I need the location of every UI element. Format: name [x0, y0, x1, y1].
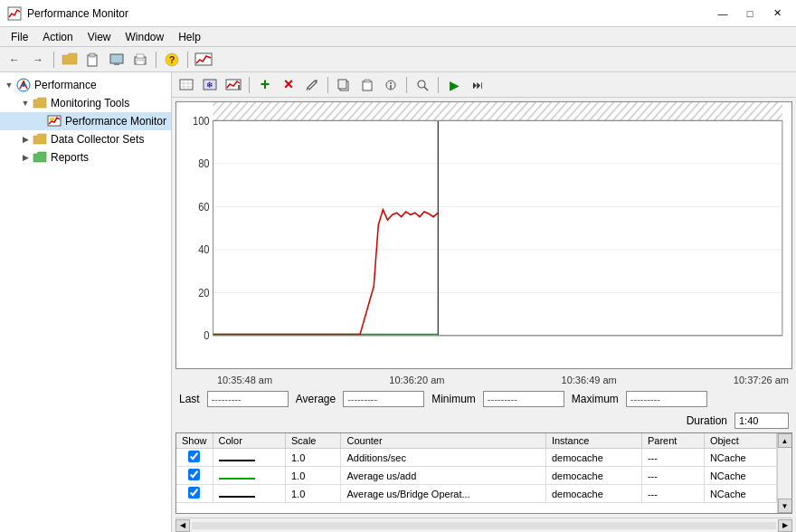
- min-label: Minimum: [431, 393, 476, 405]
- performance-label: Performance: [34, 79, 97, 91]
- svg-text:60: 60: [198, 200, 210, 214]
- time-labels: 10:35:48 am 10:36:20 am 10:36:49 am 10:3…: [172, 373, 796, 387]
- table-row[interactable]: 1.0Average us/Bridge Operat...democache-…: [176, 485, 777, 503]
- tree-item-data-collector[interactable]: ▶ Data Collector Sets: [0, 130, 171, 148]
- show-checkbox[interactable]: [188, 487, 200, 499]
- expand-performance[interactable]: ▼: [2, 78, 16, 92]
- add-button[interactable]: +: [254, 75, 276, 95]
- toolbar-separator-3: [187, 52, 188, 68]
- window-controls: — □ ✕: [711, 5, 789, 23]
- perf-monitor-label: Performance Monitor: [65, 115, 166, 128]
- duration-label: Duration: [687, 414, 727, 427]
- properties-button[interactable]: [380, 75, 402, 95]
- parent-cell: ---: [641, 485, 704, 503]
- menu-window[interactable]: Window: [118, 29, 172, 45]
- hscroll-right[interactable]: ▶: [778, 519, 792, 532]
- time-label-3: 10:36:49 am: [562, 375, 617, 385]
- col-color: Color: [213, 433, 285, 449]
- svg-rect-6: [137, 54, 144, 58]
- menu-view[interactable]: View: [81, 29, 118, 45]
- toolbar-separator-2: [156, 52, 156, 68]
- svg-line-33: [424, 87, 428, 90]
- instance-cell: democache: [545, 449, 641, 467]
- delete-button[interactable]: ×: [278, 75, 299, 95]
- tree-item-monitoring-tools[interactable]: ▼ Monitoring Tools: [0, 94, 171, 112]
- object-cell: NCache: [704, 485, 776, 503]
- show-checkbox[interactable]: [188, 469, 200, 480]
- svg-rect-4: [114, 63, 119, 65]
- chart-container: 100 80 60 40 20 0: [175, 101, 792, 369]
- tree-item-performance[interactable]: ▼ Performance: [0, 76, 171, 94]
- last-label: Last: [179, 393, 200, 405]
- svg-rect-14: [50, 118, 54, 120]
- menu-help[interactable]: Help: [171, 29, 208, 45]
- help-button[interactable]: ?: [161, 50, 183, 70]
- expand-data-collector[interactable]: ▶: [18, 132, 33, 147]
- maximize-button[interactable]: □: [738, 5, 762, 23]
- edit-button[interactable]: [301, 75, 323, 95]
- reports-label: Reports: [51, 151, 89, 164]
- scroll-up[interactable]: ▲: [778, 433, 792, 448]
- chart-type-button[interactable]: [223, 75, 244, 95]
- tree-item-reports[interactable]: ▶ Reports: [0, 148, 171, 166]
- svg-text:0: 0: [204, 329, 210, 343]
- svg-text:?: ?: [169, 54, 175, 65]
- toolbar2: ❄ + ×: [172, 72, 796, 98]
- step-button[interactable]: ⏭: [467, 75, 488, 95]
- svg-point-30: [390, 82, 392, 84]
- copy-button[interactable]: [333, 75, 355, 95]
- play-button[interactable]: ▶: [443, 75, 465, 95]
- minimize-button[interactable]: —: [711, 5, 734, 23]
- grid-button[interactable]: [175, 75, 197, 95]
- tree-item-perf-monitor[interactable]: Performance Monitor: [0, 112, 171, 130]
- toolbar-separator-1: [53, 52, 54, 68]
- col-object: Object: [704, 433, 776, 449]
- data-table-container[interactable]: Show Color Scale Counter Instance Parent…: [175, 432, 792, 514]
- monitor-button[interactable]: [106, 50, 128, 70]
- content-area: ▼ Performance ▼ Monitoring Tools: [0, 72, 796, 532]
- back-button[interactable]: ←: [4, 50, 25, 70]
- table-scrollbar[interactable]: ▲ ▼: [777, 433, 791, 513]
- min-value: ---------: [483, 391, 564, 407]
- menu-bar: File Action View Window Help: [0, 27, 796, 47]
- close-button[interactable]: ✕: [765, 5, 789, 23]
- counter-cell: Average us/Bridge Operat...: [341, 485, 545, 503]
- menu-file[interactable]: File: [4, 29, 35, 45]
- forward-button[interactable]: →: [27, 50, 49, 70]
- scale-cell: 1.0: [285, 485, 341, 503]
- performance-chart: 100 80 60 40 20 0: [176, 102, 791, 368]
- print-button[interactable]: [129, 50, 151, 70]
- show-checkbox[interactable]: [188, 451, 200, 462]
- avg-value: ---------: [343, 391, 424, 407]
- col-parent: Parent: [641, 433, 704, 449]
- zoom-button[interactable]: [412, 75, 433, 95]
- scale-cell: 1.0: [285, 467, 341, 485]
- parent-cell: ---: [641, 467, 704, 485]
- expand-monitoring[interactable]: ▼: [18, 96, 33, 110]
- color-swatch: [219, 496, 255, 498]
- perf-monitor-icon: [47, 114, 62, 128]
- menu-action[interactable]: Action: [35, 29, 80, 45]
- instance-cell: democache: [545, 467, 641, 485]
- color-swatch: [219, 478, 255, 480]
- hscroll-left[interactable]: ◀: [175, 519, 190, 532]
- expand-perf-monitor: [33, 114, 47, 128]
- time-label-4: 10:37:26 am: [734, 375, 789, 385]
- perfmon-button[interactable]: [193, 50, 214, 70]
- table-row[interactable]: 1.0Average us/adddemocache---NCache: [176, 467, 777, 485]
- paste-button[interactable]: [356, 75, 378, 95]
- svg-rect-13: [48, 116, 61, 126]
- h-scrollbar[interactable]: ◀ ▶: [175, 518, 792, 532]
- time-label-2: 10:36:20 am: [389, 375, 444, 385]
- t2-sep3: [406, 77, 407, 93]
- svg-text:❄: ❄: [206, 81, 213, 90]
- freeze-button[interactable]: ❄: [199, 75, 221, 95]
- folder-button[interactable]: [59, 50, 81, 70]
- clipboard-button[interactable]: [82, 50, 104, 70]
- counter-cell: Additions/sec: [341, 449, 545, 467]
- expand-reports[interactable]: ▶: [18, 150, 33, 165]
- scroll-down[interactable]: ▼: [778, 499, 792, 513]
- data-collector-label: Data Collector Sets: [51, 133, 144, 146]
- table-row[interactable]: 1.0Additions/secdemocache---NCache: [176, 449, 777, 467]
- duration-row: Duration 1:40: [172, 411, 796, 432]
